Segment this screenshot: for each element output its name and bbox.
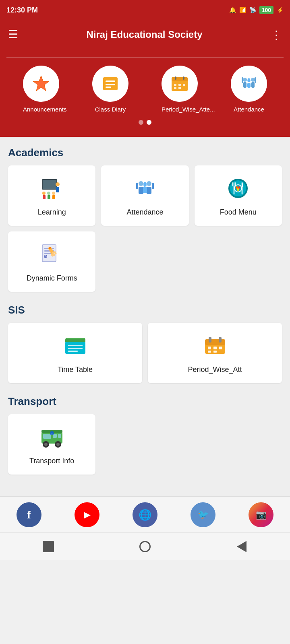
attendance-card-label: Attendance — [126, 208, 163, 217]
main-content: Academics — [0, 137, 290, 496]
notification-icon: 🔔 — [229, 7, 236, 13]
learning-label: Learning — [38, 208, 66, 217]
svg-rect-12 — [174, 87, 176, 89]
svg-rect-41 — [144, 182, 146, 187]
timetable-card[interactable]: Time Table — [8, 323, 142, 383]
academics-section: Academics — [8, 147, 282, 292]
svg-rect-71 — [205, 339, 225, 345]
svg-rect-4 — [106, 87, 111, 88]
status-icons: 🔔 📶 📡 100 ⚡ — [229, 6, 284, 14]
carousel-item-classdiary[interactable]: Class Diary — [92, 66, 128, 113]
foodmenu-label: Food Menu — [220, 208, 257, 217]
learning-card[interactable]: Learning — [8, 165, 95, 226]
foodmenu-card[interactable]: Food Menu — [195, 165, 282, 226]
svg-rect-28 — [43, 195, 46, 199]
svg-rect-8 — [183, 76, 184, 80]
svg-point-33 — [139, 181, 143, 186]
dynamicforms-card[interactable]: Dynamic Forms — [8, 231, 95, 292]
carousel-items: Announcements Class Diary — [6, 66, 284, 113]
svg-rect-11 — [183, 84, 185, 86]
carousel-item-attendance[interactable]: Attendance — [231, 66, 267, 113]
instagram-icon: 📷 — [256, 510, 267, 520]
svg-rect-7 — [175, 76, 176, 80]
carousel-item-announcements[interactable]: Announcements — [23, 66, 59, 113]
recent-apps-button[interactable] — [40, 539, 56, 555]
svg-rect-15 — [243, 82, 246, 88]
svg-rect-21 — [247, 83, 251, 88]
youtube-icon: ▶ — [84, 510, 91, 520]
svg-rect-40 — [143, 187, 147, 193]
announcements-label: Announcements — [23, 106, 59, 113]
attendance-carousel-label: Attendance — [234, 106, 264, 113]
svg-point-31 — [52, 192, 55, 195]
svg-rect-78 — [213, 351, 217, 353]
bottom-nav: f ▶ 🌐 🐦 📷 — [0, 496, 290, 532]
back-button[interactable] — [234, 539, 250, 555]
svg-rect-38 — [152, 183, 154, 189]
svg-rect-10 — [178, 84, 181, 86]
youtube-button[interactable]: ▶ — [75, 502, 99, 527]
svg-rect-26 — [56, 187, 59, 192]
sis-grid: Time Table Pe — [8, 323, 282, 383]
svg-rect-18 — [251, 82, 255, 88]
transportinfo-card[interactable]: i Transport Info — [8, 414, 95, 475]
carousel-section: Announcements Class Diary — [0, 49, 290, 137]
battery-indicator: 100 — [259, 6, 273, 14]
svg-point-50 — [238, 186, 240, 189]
triangle-icon — [237, 541, 246, 552]
periodwiseatt-icon — [203, 334, 227, 360]
wifi-icon: 📡 — [249, 7, 256, 13]
attendance-card-icon — [133, 177, 157, 202]
announcements-icon-circle — [23, 66, 59, 102]
transportinfo-icon: i — [40, 426, 64, 451]
svg-rect-80 — [43, 434, 51, 439]
svg-rect-19 — [255, 77, 256, 83]
dot-1[interactable] — [139, 120, 143, 125]
svg-rect-74 — [208, 347, 211, 349]
learning-icon — [40, 177, 64, 202]
svg-point-84 — [44, 443, 48, 446]
classdiary-label: Class Diary — [95, 106, 126, 113]
facebook-button[interactable]: f — [17, 502, 41, 527]
attendance-card[interactable]: Attendance — [101, 165, 188, 226]
carousel-dots — [6, 120, 284, 125]
globe-icon: 🌐 — [139, 509, 151, 521]
svg-point-14 — [243, 78, 247, 82]
svg-rect-37 — [147, 187, 151, 194]
instagram-button[interactable]: 📷 — [249, 502, 273, 527]
status-bar: 12:30 PM 🔔 📶 📡 100 ⚡ — [0, 0, 290, 20]
sis-title: SIS — [8, 304, 282, 316]
foodmenu-icon — [226, 177, 250, 202]
facebook-icon: f — [27, 508, 31, 521]
periodwise-icon-circle — [162, 66, 198, 102]
svg-point-49 — [236, 186, 238, 189]
svg-rect-77 — [208, 351, 211, 353]
app-title: Niraj Educational Society — [18, 29, 271, 40]
carousel-divider — [6, 57, 284, 58]
android-nav-bar — [0, 532, 290, 560]
signal-icon: 📶 — [239, 7, 246, 13]
svg-rect-72 — [209, 337, 211, 343]
more-options-icon[interactable]: ⋮ — [271, 28, 282, 41]
menu-icon[interactable]: ☰ — [8, 29, 18, 40]
website-button[interactable]: 🌐 — [133, 502, 157, 527]
transportinfo-label: Transport Info — [29, 457, 74, 465]
calendar-icon — [169, 73, 190, 94]
twitter-button[interactable]: 🐦 — [191, 502, 215, 527]
svg-rect-24 — [43, 180, 56, 189]
periodwiseatt-card[interactable]: Period_Wise_Att — [148, 323, 282, 383]
svg-rect-67 — [68, 345, 83, 346]
transport-grid: i Transport Info — [8, 414, 282, 475]
svg-point-25 — [56, 182, 60, 186]
dot-2[interactable] — [147, 120, 151, 125]
dynamicforms-icon — [40, 243, 64, 268]
dynamicforms-label: Dynamic Forms — [27, 274, 77, 283]
home-button[interactable] — [137, 539, 153, 555]
academics-grid-top: Learning Atte — [8, 165, 282, 226]
svg-point-17 — [251, 78, 255, 82]
carousel-item-periodwise[interactable]: Period_Wise_Atte... — [162, 66, 198, 113]
periodwiseatt-label: Period_Wise_Att — [188, 365, 242, 374]
attendance-raised-hands-icon — [238, 73, 259, 94]
transport-section: Transport — [8, 395, 282, 475]
svg-rect-82 — [58, 434, 61, 438]
